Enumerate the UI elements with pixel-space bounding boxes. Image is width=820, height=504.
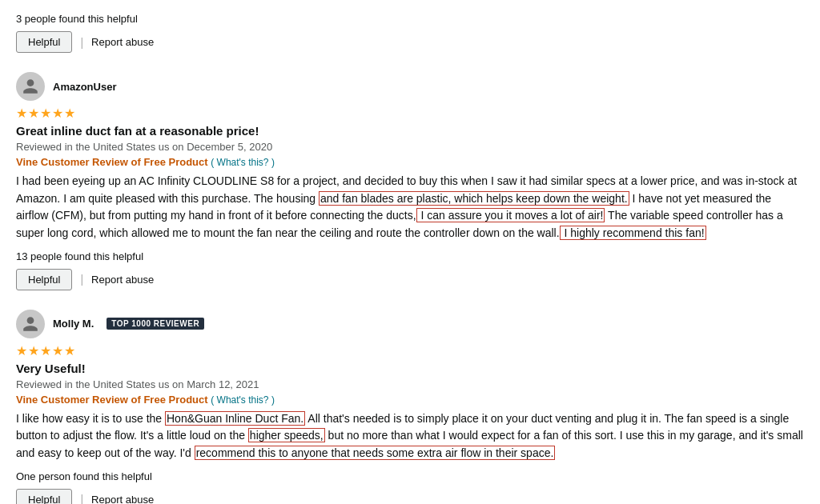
whats-this-2[interactable]: ( What's this? ) <box>211 157 275 168</box>
review3-highlight-3: recommend this to anyone that needs some… <box>195 446 556 460</box>
vine-text-3: Vine Customer Review of Free Product <box>16 394 208 406</box>
reviewer-header-3: Molly M. TOP 1000 REVIEWER <box>16 310 804 338</box>
review3-highlight-1: Hon&Guan Inline Duct Fan. <box>165 411 305 426</box>
review-highlight-1: and fan blades are plastic, which helps … <box>319 191 629 206</box>
divider-2: | <box>80 273 83 286</box>
review-meta-3: Reviewed in the United States us on Marc… <box>16 378 804 390</box>
helpful-button-2[interactable]: Helpful <box>16 269 72 290</box>
stars-2: ★ ★ ★ ★ ★ <box>16 106 804 121</box>
review-highlight-3: I highly recommend this fan! <box>560 226 706 240</box>
reviewer-header-2: AmazonUser <box>16 72 804 101</box>
review-title-2: Great inline duct fan at a reasonable pr… <box>16 124 804 138</box>
review-meta-2: Reviewed in the United States us on Dece… <box>16 141 804 153</box>
report-link-top[interactable]: Report abuse <box>91 36 154 48</box>
avatar-amazonuser <box>16 72 45 101</box>
helpful-count-3: One person found this helpful <box>16 470 804 482</box>
vine-label-3: Vine Customer Review of Free Product ( W… <box>16 394 804 406</box>
review-section-top: 3 people found this helpful Helpful | Re… <box>16 13 804 53</box>
review3-highlight-2: higher speeds, <box>248 428 325 442</box>
avatar-molly <box>16 310 45 338</box>
review-body-3: I like how easy it is to use the Hon&Gua… <box>16 410 804 462</box>
whats-this-3[interactable]: ( What's this? ) <box>211 394 275 406</box>
review-text-3-before-h1: I like how easy it is to use the <box>16 412 165 425</box>
vine-text-2: Vine Customer Review of Free Product <box>16 156 208 168</box>
helpful-button-top[interactable]: Helpful <box>16 31 72 53</box>
divider-top: | <box>80 36 83 49</box>
report-link-2[interactable]: Report abuse <box>91 274 154 286</box>
review-body-2: I had been eyeing up an AC Infinity CLOU… <box>16 173 804 242</box>
review-amazonuser: AmazonUser ★ ★ ★ ★ ★ Great inline duct f… <box>16 72 804 290</box>
top-reviewer-badge: TOP 1000 REVIEWER <box>107 318 204 330</box>
review-molly: Molly M. TOP 1000 REVIEWER ★ ★ ★ ★ ★ Ver… <box>16 310 804 504</box>
helpful-button-3[interactable]: Helpful <box>16 489 72 504</box>
review-highlight-2: I can assure you it moves a lot of air! <box>416 208 605 222</box>
reviewer-name-2[interactable]: AmazonUser <box>53 81 116 93</box>
action-row-2: Helpful | Report abuse <box>16 269 804 290</box>
review-title-3: Very Useful! <box>16 362 804 375</box>
divider-3: | <box>80 493 83 504</box>
report-link-3[interactable]: Report abuse <box>91 494 154 504</box>
action-row-top: Helpful | Report abuse <box>16 31 804 53</box>
helpful-count-2: 13 people found this helpful <box>16 250 804 262</box>
helpful-count-top: 3 people found this helpful <box>16 13 804 25</box>
stars-3: ★ ★ ★ ★ ★ <box>16 343 804 358</box>
vine-label-2: Vine Customer Review of Free Product ( W… <box>16 156 804 168</box>
action-row-3: Helpful | Report abuse <box>16 489 804 504</box>
reviewer-name-3[interactable]: Molly M. <box>53 318 94 330</box>
